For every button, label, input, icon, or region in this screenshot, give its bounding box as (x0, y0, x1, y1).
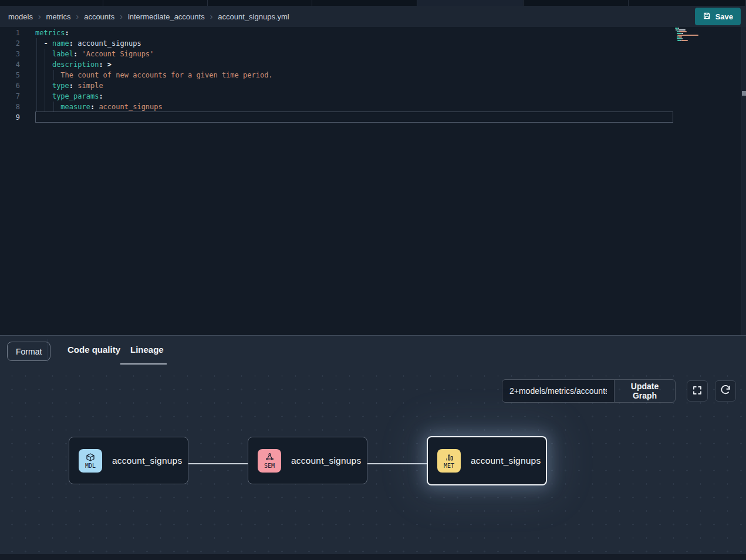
breadcrumb-item[interactable]: models (8, 12, 33, 21)
indent-guide (36, 38, 37, 112)
editor-tab[interactable] (312, 0, 417, 6)
node-label: account_signups (112, 456, 182, 466)
fullscreen-icon (692, 385, 703, 397)
line-number: 6 (0, 80, 35, 91)
minimap-line (677, 33, 681, 34)
indent-guide (53, 102, 54, 112)
editor-tab[interactable] (524, 0, 629, 6)
minimap-line (679, 29, 686, 31)
code-text: metrics: (35, 28, 69, 38)
file-header-bar: models›metrics›accounts›intermediate_acc… (0, 6, 746, 27)
save-icon (703, 12, 711, 22)
code-text: label: 'Account Signups' (35, 49, 154, 59)
cube-icon (86, 453, 95, 462)
line-number: 2 (0, 38, 35, 49)
editor-tab[interactable] (629, 0, 746, 6)
tab-code-quality[interactable]: Code quality (67, 345, 120, 355)
save-label: Save (715, 12, 733, 21)
node-type-label: MDL (85, 463, 96, 469)
node-type-label: MET (444, 463, 454, 469)
panel-tab-bar: Format Code quality Lineage (0, 336, 746, 365)
lineage-node-met[interactable]: METaccount_signups (427, 436, 547, 485)
network-icon (265, 453, 274, 462)
node-label: account_signups (471, 456, 541, 466)
current-line-highlight (35, 112, 673, 123)
editor-tab[interactable] (208, 0, 312, 6)
minimap-line (678, 28, 679, 29)
lineage-canvas[interactable]: Update Graph MDLaccount_signupsSEMaccoun… (0, 365, 746, 555)
breadcrumb-item[interactable]: account_signups.yml (218, 12, 289, 21)
chevron-right-icon: › (120, 12, 123, 21)
editor-scrollbar[interactable] (741, 27, 746, 335)
minimap-line (682, 33, 683, 34)
code-line[interactable]: 2 - name: account_signups (0, 38, 746, 49)
bar-chart-icon (445, 453, 454, 462)
code-line[interactable]: 6 type: simple (0, 80, 746, 91)
editor-tab-strip (0, 0, 746, 6)
code-line[interactable]: 3 label: 'Account Signups' (0, 49, 746, 59)
node-type-badge: MDL (79, 449, 102, 473)
save-button[interactable]: Save (695, 8, 741, 25)
minimap[interactable] (675, 28, 713, 48)
line-number: 4 (0, 59, 35, 70)
code-text: - name: account_signups (35, 38, 141, 49)
code-line[interactable]: 5 The count of new accounts for a given … (0, 70, 746, 80)
breadcrumb-item[interactable]: intermediate_accounts (128, 12, 205, 21)
minimap-line (677, 35, 698, 36)
edge-connector (188, 463, 248, 464)
lineage-node-mdl[interactable]: MDLaccount_signups (69, 437, 188, 484)
panel-bottom-strip (0, 554, 746, 560)
code-text: description: > (35, 59, 112, 70)
edge-connector (367, 463, 427, 464)
node-type-badge: MET (437, 449, 461, 473)
code-line[interactable]: 8 measure: account_signups (0, 102, 746, 112)
code-line[interactable]: 1metrics: (0, 28, 746, 38)
code-text: type: simple (35, 80, 103, 91)
refresh-icon (720, 385, 731, 397)
code-editor[interactable]: 1metrics:2 - name: account_signups3 labe… (0, 27, 746, 335)
model-selector-input[interactable] (502, 379, 615, 403)
breadcrumb-item[interactable]: accounts (84, 12, 114, 21)
update-graph-button[interactable]: Update Graph (614, 379, 676, 403)
node-type-label: SEM (264, 463, 275, 469)
breadcrumb-item[interactable]: metrics (46, 12, 71, 21)
code-text: The count of new accounts for a given ti… (35, 70, 273, 80)
node-label: account_signups (291, 456, 361, 466)
code-text: measure: account_signups (35, 102, 163, 112)
tab-lineage[interactable]: Lineage (130, 345, 164, 355)
minimap-line (677, 38, 681, 39)
breadcrumb: models›metrics›accounts›intermediate_acc… (8, 12, 289, 21)
line-number: 7 (0, 91, 35, 102)
lineage-node-sem[interactable]: SEMaccount_signups (248, 437, 367, 484)
chevron-right-icon: › (38, 12, 41, 21)
active-tab-underline (120, 363, 167, 365)
divider (48, 339, 48, 362)
minimap-line (681, 38, 683, 39)
minimap-line (681, 40, 688, 41)
chevron-right-icon: › (76, 12, 79, 21)
code-text: type_params: (35, 91, 103, 102)
editor-tab-active[interactable] (417, 0, 524, 6)
bottom-panel: Format Code quality Lineage Update Graph (0, 335, 746, 560)
format-button[interactable]: Format (7, 342, 50, 361)
line-number: 3 (0, 49, 35, 59)
line-number: 1 (0, 28, 35, 38)
line-number: 8 (0, 102, 35, 112)
editor-tab[interactable] (103, 0, 208, 6)
line-number: 9 (0, 112, 35, 123)
fullscreen-button[interactable] (687, 380, 708, 402)
scrollbar-thumb[interactable] (742, 91, 746, 96)
chevron-right-icon: › (210, 12, 213, 21)
code-line[interactable]: 4 description: > (0, 59, 746, 70)
code-lines: 1metrics:2 - name: account_signups3 labe… (0, 28, 746, 123)
minimap-line (680, 31, 687, 32)
indent-guide (53, 70, 54, 80)
ide-window: models›metrics›accounts›intermediate_acc… (0, 0, 746, 560)
refresh-button[interactable] (715, 380, 736, 402)
minimap-line (679, 36, 681, 38)
editor-tab[interactable] (0, 0, 103, 6)
code-line[interactable]: 7 type_params: (0, 91, 746, 102)
node-type-badge: SEM (258, 449, 281, 473)
line-number: 5 (0, 70, 35, 80)
model-selector-group: Update Graph (502, 379, 676, 403)
